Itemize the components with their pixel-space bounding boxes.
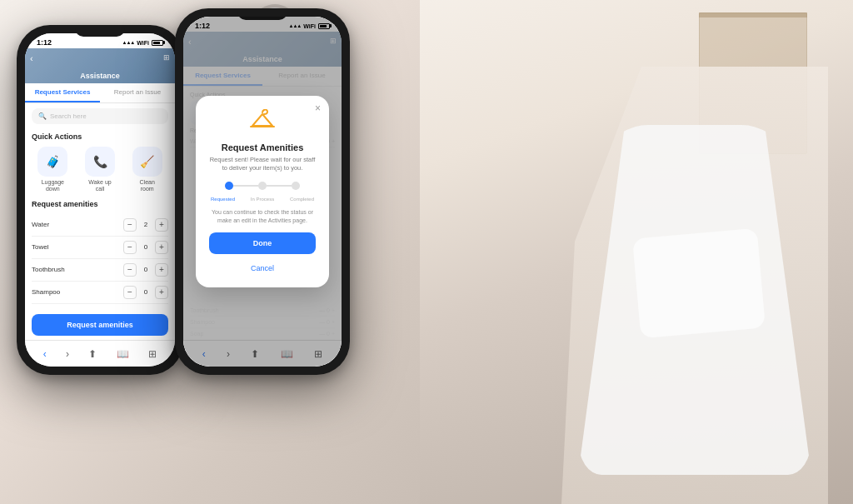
modal-hanger-icon [209, 109, 316, 137]
amenity-toothbrush-plus[interactable]: + [155, 263, 168, 277]
phone-1: 1:12 ▲▲▲ WiFi Assistance ‹ ⊞ Request Ser… [17, 25, 183, 375]
nav-bookmarks-1[interactable]: 📖 [117, 348, 129, 360]
modal-subtitle: Request sent! Please wait for our staff … [209, 156, 316, 173]
amenity-toothbrush-controls: − 0 + [123, 263, 168, 277]
nav-tabs-1[interactable]: ⊞ [148, 348, 157, 360]
bottom-nav-1: ‹ › ⬆ 📖 ⊞ [25, 340, 175, 367]
amenity-towel-minus[interactable]: − [123, 241, 137, 254]
amenities-list-1: Water − 2 + Towel − 0 + Toothbrush − [25, 211, 175, 307]
battery-1 [152, 40, 163, 46]
step-dot-2 [258, 182, 267, 190]
tab-report-issue[interactable]: Report an Issue [100, 83, 175, 102]
amenity-shampoo-controls: − 0 + [123, 286, 168, 299]
wakeup-label: Wake upcall [88, 179, 111, 193]
nav-back-1[interactable]: ‹ [43, 348, 47, 360]
phone-2: 1:12 ▲▲▲ WiFi Assistance ‹ ⊞ Request Ser… [175, 8, 350, 375]
progress-steps [209, 182, 316, 190]
quick-action-wakeup[interactable]: 📞 Wake upcall [79, 147, 122, 193]
clean-label: Cleanroom [140, 179, 155, 193]
amenity-towel-controls: − 0 + [123, 241, 168, 254]
amenity-toothbrush-name: Toothbrush [32, 266, 123, 273]
step-labels: Requested In Process Completed [209, 197, 316, 202]
amenity-toothbrush: Toothbrush − 0 + [32, 259, 168, 282]
amenities-title-1: Request amenities [25, 197, 175, 211]
amenity-towel: Towel − 0 + [32, 237, 168, 259]
step-label-completed: Completed [290, 197, 314, 202]
modal-done-btn[interactable]: Done [209, 232, 316, 254]
modal-card: × Request Amenities Request sent! Please… [196, 96, 329, 288]
luggage-label: Luggagedown [42, 179, 64, 193]
amenity-water-plus[interactable]: + [155, 218, 168, 232]
request-amenities-btn-1[interactable]: Request amenities [32, 314, 168, 336]
towel [632, 228, 766, 339]
quick-action-luggage[interactable]: 🧳 Luggagedown [32, 147, 74, 193]
phone-2-screen: 1:12 ▲▲▲ WiFi Assistance ‹ ⊞ Request Ser… [183, 17, 342, 367]
modal-title: Request Amenities [209, 142, 316, 152]
amenity-shampoo-plus[interactable]: + [155, 286, 168, 299]
nav-share-1[interactable]: ⬆ [88, 348, 97, 360]
tabs-1: Request Services Report an Issue [25, 83, 175, 103]
step-dot-3 [292, 182, 300, 190]
search-bar-1[interactable]: 🔍 Search here [32, 108, 168, 124]
room-photo-1: Assistance ‹ ⊞ [25, 48, 175, 83]
amenity-towel-plus[interactable]: + [155, 241, 168, 254]
wakeup-icon: 📞 [85, 147, 115, 177]
quick-action-clean[interactable]: 🧹 Cleanroom [126, 147, 168, 193]
luggage-icon: 🧳 [37, 147, 67, 177]
nav-forward-1[interactable]: › [66, 348, 69, 360]
amenity-toothbrush-minus[interactable]: − [123, 263, 137, 277]
amenity-water: Water − 2 + [32, 214, 168, 237]
search-icon-1: 🔍 [38, 112, 47, 120]
amenity-shampoo-count: 0 [142, 288, 150, 296]
step-line-1 [233, 185, 258, 187]
phone-1-screen: 1:12 ▲▲▲ WiFi Assistance ‹ ⊞ Request Ser… [25, 33, 175, 367]
menu-icon-1[interactable]: ⊞ [163, 53, 170, 62]
amenity-toothbrush-count: 0 [142, 266, 150, 273]
amenity-water-minus[interactable]: − [123, 218, 137, 232]
modal-cancel-btn[interactable]: Cancel [209, 264, 316, 272]
amenity-shampoo-minus[interactable]: − [123, 286, 137, 299]
status-icons-1: ▲▲▲ WiFi [122, 40, 163, 46]
amenity-water-controls: − 2 + [123, 218, 168, 232]
quick-actions-title-1: Quick Actions [25, 129, 175, 143]
modal-info-text: You can continue to check the status or … [209, 208, 316, 225]
amenity-shampoo-name: Shampoo [32, 288, 123, 296]
step-dot-1 [225, 182, 233, 190]
step-line-2 [267, 185, 292, 187]
search-placeholder-1: Search here [50, 112, 87, 120]
header-title-1: Assistance [32, 72, 168, 80]
amenity-shampoo: Shampoo − 0 + [32, 282, 168, 304]
amenity-towel-count: 0 [142, 243, 150, 251]
wifi-icon-1: WiFi [137, 40, 149, 46]
shelf-top [699, 12, 807, 17]
amenity-towel-name: Towel [32, 243, 123, 251]
tab-request-services[interactable]: Request Services [25, 83, 100, 102]
amenity-water-count: 2 [142, 221, 150, 228]
modal-close-btn[interactable]: × [315, 102, 321, 114]
clean-icon: 🧹 [132, 147, 162, 177]
room-photo-overlay-1: Assistance [25, 48, 175, 83]
amenity-water-name: Water [32, 221, 123, 228]
modal-overlay-2: × Request Amenities Request sent! Please… [183, 17, 342, 367]
quick-actions-1: 🧳 Luggagedown 📞 Wake upcall 🧹 Cleanroom [25, 143, 175, 197]
notch-1 [75, 25, 125, 37]
step-label-requested: Requested [211, 197, 235, 202]
step-label-inprocess: In Process [251, 197, 274, 202]
signal-1: ▲▲▲ [122, 40, 134, 45]
time-1: 1:12 [37, 38, 52, 47]
back-btn-1[interactable]: ‹ [30, 53, 33, 63]
